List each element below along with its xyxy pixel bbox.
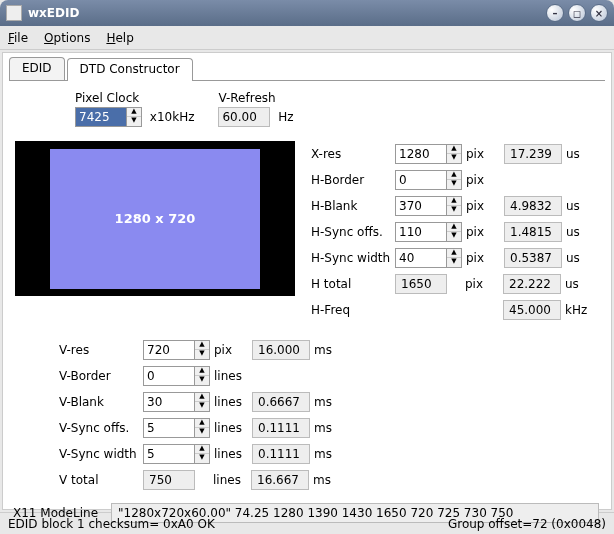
htotal-time: 22.222 [503,274,561,294]
vres-label: V-res [59,343,143,357]
vres-time: 16.000 [252,340,310,360]
vborder-input[interactable] [143,366,195,386]
pixel-clock-input[interactable] [75,107,127,127]
tab-edid[interactable]: EDID [9,57,65,80]
timing-preview: 1280 x 720 [15,141,295,323]
hsyncw-label: H-Sync width [311,251,395,265]
hborder-input[interactable] [395,170,447,190]
vtotal-label: V total [59,473,143,487]
tab-bar: EDID DTD Constructor [9,57,605,81]
vsyncw-time: 0.1111 [252,444,310,464]
pixel-clock-unit: x10kHz [150,110,195,124]
preview-resolution: 1280 x 720 [50,149,260,289]
hblank-label: H-Blank [311,199,395,213]
status-offset: Group offset=72 (0x0048) [448,517,606,531]
dtd-panel: Pixel Clock ▲▼ x10kHz V-Refresh Hz 1280 … [9,81,605,533]
hsyncoffs-time: 1.4815 [504,222,562,242]
tab-dtd-constructor[interactable]: DTD Constructor [67,58,193,81]
vrefresh-value [218,107,270,127]
xres-label: X-res [311,147,395,161]
menu-bar: File Options Help [0,26,614,50]
xres-time: 17.239 [504,144,562,164]
hfreq-value: 45.000 [503,300,561,320]
hsyncw-input[interactable] [395,248,447,268]
vrefresh-label: V-Refresh [218,91,293,105]
hblank-input[interactable] [395,196,447,216]
menu-file[interactable]: File [8,31,28,45]
hblank-time: 4.9832 [504,196,562,216]
minimize-button[interactable]: – [546,4,564,22]
htotal-value: 1650 [395,274,447,294]
vblank-label: V-Blank [59,395,143,409]
vsyncoffs-time: 0.1111 [252,418,310,438]
menu-help[interactable]: Help [106,31,133,45]
hborder-label: H-Border [311,173,395,187]
vsyncw-input[interactable] [143,444,195,464]
status-checksum: EDID block 1 checksum= 0xA0 OK [8,517,448,531]
vborder-label: V-Border [59,369,143,383]
xres-input[interactable] [395,144,447,164]
title-bar: wxEDID – ◻ × [0,0,614,26]
window-title: wxEDID [28,6,542,20]
content-area: EDID DTD Constructor Pixel Clock ▲▼ x10k… [2,52,612,510]
hsyncoffs-label: H-Sync offs. [311,225,395,239]
vsyncoffs-label: V-Sync offs. [59,421,143,435]
vrefresh-unit: Hz [278,110,293,124]
vblank-time: 0.6667 [252,392,310,412]
hsyncw-time: 0.5387 [504,248,562,268]
htotal-label: H total [311,277,395,291]
pixel-clock-label: Pixel Clock [75,91,194,105]
vtotal-time: 16.667 [251,470,309,490]
pixel-clock-stepper[interactable]: ▲▼ [127,107,142,127]
vres-input[interactable] [143,340,195,360]
vsyncoffs-input[interactable] [143,418,195,438]
app-icon [6,5,22,21]
vtotal-value: 750 [143,470,195,490]
vsyncw-label: V-Sync width [59,447,143,461]
menu-options[interactable]: Options [44,31,90,45]
hfreq-label: H-Freq [311,303,395,317]
vblank-input[interactable] [143,392,195,412]
maximize-button[interactable]: ◻ [568,4,586,22]
hsyncoffs-input[interactable] [395,222,447,242]
close-button[interactable]: × [590,4,608,22]
